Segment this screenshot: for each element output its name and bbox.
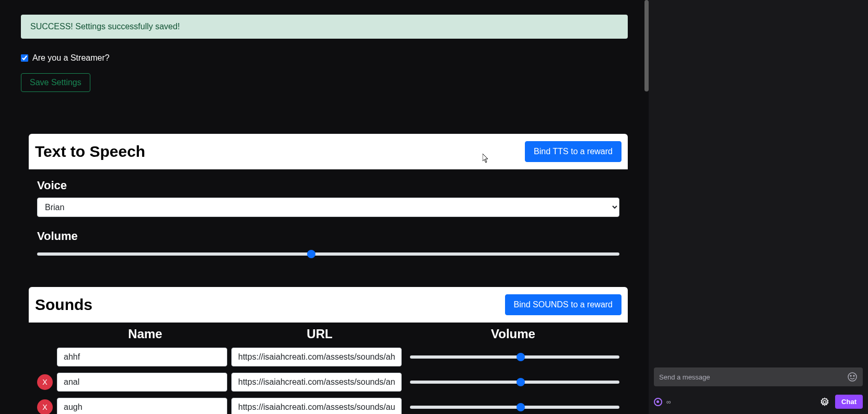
chat-body bbox=[649, 0, 868, 362]
sounds-col-url-header: URL bbox=[232, 327, 407, 341]
bind-tts-button[interactable]: Bind TTS to a reward bbox=[525, 141, 621, 162]
success-alert: SUCCESS! Settings successfully saved! bbox=[21, 15, 628, 39]
tts-volume-label: Volume bbox=[37, 229, 619, 243]
sound-row: X bbox=[29, 373, 628, 392]
chat-footer: ∞ Chat bbox=[649, 392, 868, 414]
chat-panel: ∞ Chat bbox=[649, 0, 868, 414]
svg-point-0 bbox=[848, 373, 857, 381]
voice-label: Voice bbox=[37, 179, 619, 192]
save-settings-button[interactable]: Save Settings bbox=[21, 73, 90, 92]
sounds-title: Sounds bbox=[35, 296, 92, 314]
chat-input-wrapper bbox=[654, 367, 863, 386]
sound-url-input[interactable] bbox=[231, 348, 402, 366]
scrollbar-thumb[interactable] bbox=[644, 0, 649, 91]
points-value: ∞ bbox=[666, 398, 671, 406]
sound-volume-slider[interactable] bbox=[410, 406, 619, 409]
tts-panel-header: Text to Speech Bind TTS to a reward bbox=[29, 134, 628, 169]
sound-url-input[interactable] bbox=[231, 398, 402, 414]
channel-points-icon[interactable] bbox=[654, 398, 662, 406]
svg-point-1 bbox=[850, 375, 851, 376]
sound-name-input[interactable] bbox=[57, 373, 227, 392]
chat-message-input[interactable] bbox=[659, 373, 847, 381]
delete-sound-button[interactable]: X bbox=[37, 399, 53, 414]
svg-point-2 bbox=[853, 375, 854, 376]
gear-icon[interactable] bbox=[819, 397, 830, 407]
tts-title: Text to Speech bbox=[35, 143, 145, 160]
bind-sounds-button[interactable]: Bind SOUNDS to a reward bbox=[505, 294, 621, 315]
emoji-icon[interactable] bbox=[847, 372, 858, 382]
sound-name-input[interactable] bbox=[57, 348, 227, 366]
sound-name-input[interactable] bbox=[57, 398, 227, 414]
tts-volume-slider[interactable] bbox=[37, 252, 619, 256]
tts-panel: Text to Speech Bind TTS to a reward Voic… bbox=[29, 134, 628, 266]
sound-row: X bbox=[29, 398, 628, 414]
sound-volume-slider[interactable] bbox=[410, 381, 619, 384]
sounds-panel-header: Sounds Bind SOUNDS to a reward bbox=[29, 287, 628, 323]
sounds-col-volume-header: Volume bbox=[407, 327, 619, 341]
sound-row bbox=[29, 348, 628, 366]
sound-url-input[interactable] bbox=[231, 373, 402, 392]
delete-sound-button[interactable]: X bbox=[37, 374, 53, 390]
main-settings-area: SUCCESS! Settings successfully saved! Ar… bbox=[0, 0, 649, 414]
sounds-table-header: Name URL Volume bbox=[29, 327, 628, 341]
sounds-col-name-header: Name bbox=[58, 327, 232, 341]
streamer-checkbox[interactable] bbox=[21, 54, 28, 62]
chat-send-button[interactable]: Chat bbox=[835, 395, 863, 409]
voice-select[interactable]: Brian bbox=[37, 198, 619, 217]
sound-volume-slider[interactable] bbox=[410, 355, 619, 359]
sounds-panel: Sounds Bind SOUNDS to a reward Name URL … bbox=[29, 287, 628, 414]
streamer-checkbox-label: Are you a Streamer? bbox=[32, 53, 110, 63]
